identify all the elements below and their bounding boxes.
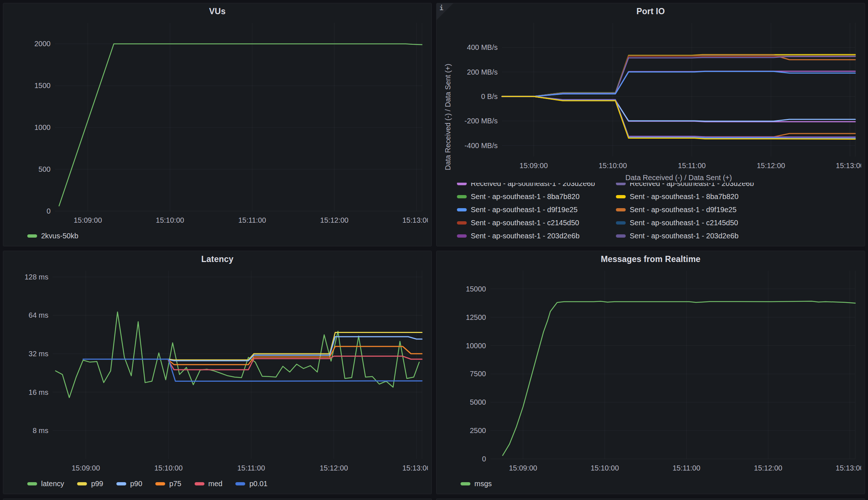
vus-chart[interactable]: 050010001500200015:09:0015:10:0015:11:00… <box>7 18 428 228</box>
series-line-med <box>168 356 422 370</box>
legend-item-p90[interactable]: p90 <box>116 480 142 488</box>
y-axis-label: Data Received (-) / Data Sent (+) <box>444 64 452 170</box>
legend-series-label: Sent - ap-southeast-1 - c2145d50 <box>471 219 579 227</box>
legend-series-label: Sent - ap-southeast-1 - 203d2e6b <box>630 232 738 240</box>
legend-series-label: p99 <box>91 480 103 488</box>
x-tick-label: 15:13:00 <box>836 464 861 472</box>
port-io-legend: Received - ap-southeast-1 - 203d2e6bRece… <box>440 183 861 244</box>
y-tick-label: 12500 <box>466 313 486 321</box>
panel-title-messages: Messages from Realtime <box>440 253 861 266</box>
series-line-2kvus-50kb <box>59 44 422 206</box>
series-line-sent-ap-southeast-1-c2145d50- <box>502 56 855 96</box>
legend-series-swatch <box>457 221 467 225</box>
y-tick-label: 128 ms <box>24 273 48 281</box>
legend-series-swatch <box>116 482 126 485</box>
messages-legend: msgs <box>440 476 861 492</box>
y-tick-label: 1500 <box>35 82 51 90</box>
legend-series-swatch <box>457 234 467 238</box>
legend-series-swatch <box>616 195 626 198</box>
x-tick-label: 15:11:00 <box>237 464 265 472</box>
legend-item-sent-ap-southeast-1-d9f19e25[interactable]: Sent - ap-southeast-1 - d9f19e25 <box>616 206 848 214</box>
series-line-received-mirror-203d2e6b- <box>502 96 855 137</box>
legend-series-label: Received - ap-southeast-1 - 203d2e6b <box>630 183 754 188</box>
panel-messages: Messages from Realtime 02500500075001000… <box>436 251 865 494</box>
latency-legend: latencyp99p90p75medp0.01 <box>7 476 428 492</box>
legend-series-label: Sent - ap-southeast-1 - 8ba7b820 <box>471 193 580 201</box>
legend-series-swatch <box>27 482 37 485</box>
y-tick-label: -400 MB/s <box>465 142 498 150</box>
legend-series-label: Received - ap-southeast-1 - 203d2e6b <box>471 183 595 188</box>
legend-item-sent-ap-southeast-1-8ba7b820[interactable]: Sent - ap-southeast-1 - 8ba7b820 <box>616 193 848 201</box>
y-tick-label: 32 ms <box>29 350 48 358</box>
series-line-sent-ap-southeast-1-d9f19e25- <box>502 71 855 96</box>
legend-series-swatch <box>155 482 165 485</box>
series-line-sent-ap-southeast-1-8ba7b820- <box>502 56 855 96</box>
legend-series-swatch <box>77 482 87 485</box>
series-line-received-mirror-c2145d50- <box>502 96 855 138</box>
x-tick-label: 15:10:00 <box>156 216 184 224</box>
legend-series-swatch <box>235 482 245 485</box>
y-tick-label: 0 <box>482 455 486 463</box>
y-tick-label: 7500 <box>470 370 486 378</box>
series-line-latency <box>56 312 419 397</box>
legend-item-p75[interactable]: p75 <box>155 480 181 488</box>
legend-item-sent-ap-southeast-1-c2145d50[interactable]: Sent - ap-southeast-1 - c2145d50 <box>457 219 603 227</box>
x-tick-label: 15:11:00 <box>238 216 266 224</box>
legend-item-sent-ap-southeast-1-d9f19e25[interactable]: Sent - ap-southeast-1 - d9f19e25 <box>457 206 603 214</box>
legend-item-received-ap-southeast-1-203d2e6b[interactable]: Received - ap-southeast-1 - 203d2e6b <box>457 183 603 188</box>
legend-series-swatch <box>457 183 467 185</box>
panel-vus: VUs 050010001500200015:09:0015:10:0015:1… <box>3 3 432 246</box>
panel-info-corner[interactable]: i <box>437 3 453 20</box>
legend-item-latency[interactable]: latency <box>27 480 64 488</box>
panel-title-vus: VUs <box>7 5 428 18</box>
legend-series-swatch <box>457 208 467 211</box>
x-tick-label: 15:10:00 <box>598 162 627 170</box>
legend-item-med[interactable]: med <box>195 480 223 488</box>
legend-series-label: Sent - ap-southeast-1 - d9f19e25 <box>471 206 578 214</box>
panel-title-port-io: Port IO <box>440 5 861 18</box>
vus-legend: 2kvus-50kb <box>7 228 428 244</box>
x-tick-label: 15:13:00 <box>836 162 861 170</box>
legend-item-msgs[interactable]: msgs <box>461 480 492 488</box>
y-tick-label: -200 MB/s <box>465 117 498 125</box>
legend-series-label: p90 <box>130 480 142 488</box>
x-tick-label: 15:12:00 <box>754 464 783 472</box>
legend-item-received-ap-southeast-1-203d2e6b[interactable]: Received - ap-southeast-1 - 203d2e6b <box>616 183 848 188</box>
legend-item-sent-ap-southeast-1-203d2e6b[interactable]: Sent - ap-southeast-1 - 203d2e6b <box>457 232 603 240</box>
info-icon: i <box>439 4 443 12</box>
x-tick-label: 15:12:00 <box>320 216 349 224</box>
panel-latency: Latency 8 ms16 ms32 ms64 ms128 ms15:09:0… <box>3 251 432 494</box>
series-line-sent-ap-southeast-1-c2145d50- <box>502 56 855 96</box>
legend-series-swatch <box>616 234 626 238</box>
legend-item-p99[interactable]: p99 <box>77 480 103 488</box>
port-io-chart[interactable]: 400 MB/s200 MB/s0 B/s-200 MB/s-400 MB/s1… <box>440 18 861 173</box>
series-line-received-mirror-8ba7b820- <box>502 96 855 139</box>
x-tick-label: 15:12:00 <box>757 162 785 170</box>
x-tick-label: 15:13:00 <box>402 464 428 472</box>
series-line-msgs <box>503 301 855 456</box>
x-tick-label: 15:09:00 <box>73 216 102 224</box>
x-tick-label: 15:09:00 <box>72 464 100 472</box>
legend-series-label: latency <box>41 480 64 488</box>
y-tick-label: 2500 <box>470 426 486 434</box>
x-tick-label: 15:13:00 <box>402 216 428 224</box>
legend-item-p0-01[interactable]: p0.01 <box>235 480 267 488</box>
series-line-received-ap-southeast-1-203d2e6b- <box>502 96 855 122</box>
legend-item-2kvus-50kb[interactable]: 2kvus-50kb <box>27 232 78 240</box>
legend-item-sent-ap-southeast-1-8ba7b820[interactable]: Sent - ap-southeast-1 - 8ba7b820 <box>457 193 603 201</box>
legend-item-sent-ap-southeast-1-203d2e6b[interactable]: Sent - ap-southeast-1 - 203d2e6b <box>616 232 848 240</box>
series-line-sent-ap-southeast-1-203d2e6b- <box>502 56 855 96</box>
y-tick-label: 500 <box>39 165 51 173</box>
latency-chart[interactable]: 8 ms16 ms32 ms64 ms128 ms15:09:0015:10:0… <box>7 266 428 476</box>
legend-item-sent-ap-southeast-1-c2145d50[interactable]: Sent - ap-southeast-1 - c2145d50 <box>616 219 848 227</box>
panel-title-latency: Latency <box>7 253 428 266</box>
legend-series-swatch <box>616 221 626 225</box>
y-tick-label: 10000 <box>466 342 486 350</box>
legend-series-label: med <box>208 480 223 488</box>
next-row-panel-peek <box>436 499 865 500</box>
legend-series-swatch <box>461 482 470 485</box>
y-tick-label: 2000 <box>35 40 51 48</box>
messages-chart[interactable]: 025005000750010000125001500015:09:0015:1… <box>440 266 861 476</box>
x-tick-label: 15:11:00 <box>678 162 706 170</box>
legend-series-label: Sent - ap-southeast-1 - 8ba7b820 <box>630 193 738 201</box>
